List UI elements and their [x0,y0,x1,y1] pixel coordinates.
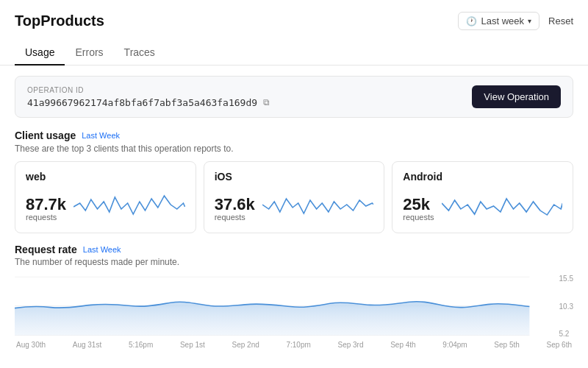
client-cards-container: web 87.7k requests iOS 37.6k requests [15,161,573,233]
x-label-7: Sep 3rd [337,341,363,349]
tab-errors[interactable]: Errors [65,40,113,66]
x-label-9: 9:04pm [442,341,467,349]
chart-y-labels: 15.5 10.3 5.2 [559,273,573,339]
request-rate-section: Request rate Last Week The number of req… [15,244,573,349]
request-rate-title-text: Request rate [15,244,77,255]
operation-id-text: 41a99667962174af8bfa6f7abf3a5a463fa169d9 [27,97,257,108]
x-label-4: Sep 1st [180,341,205,349]
x-label-2: Aug 31st [73,341,101,349]
tab-usage[interactable]: Usage [15,40,65,66]
x-label-11: Sep 6th [547,341,572,349]
client-card-android: Android 25k requests [392,161,573,233]
app-title: TopProducts [15,13,104,29]
client-name-web: web [26,171,185,183]
operation-id-section: OPERATION ID 41a99667962174af8bfa6f7abf3… [27,86,270,108]
y-label-top: 15.5 [559,275,573,283]
main-content: OPERATION ID 41a99667962174af8bfa6f7abf3… [0,66,588,359]
time-selector[interactable]: 🕐 Last week ▾ [458,12,539,30]
view-operation-button[interactable]: View Operation [472,85,561,108]
x-label-10: Sep 5th [494,341,519,349]
operation-id-label: OPERATION ID [27,86,270,94]
request-rate-badge: Last Week [83,245,121,254]
client-card-web: web 87.7k requests [15,161,196,233]
client-usage-subtitle: These are the top 3 clients that this op… [15,144,573,154]
request-rate-title: Request rate Last Week [15,244,573,255]
x-label-3: 5:16pm [129,341,153,349]
clock-icon: 🕐 [466,16,477,26]
chart-svg [15,273,573,339]
app-header: TopProducts 🕐 Last week ▾ Reset [0,0,588,30]
client-number-web: 87.7k requests [26,197,66,224]
chart-x-labels: Aug 30th Aug 31st 5:16pm Sep 1st Sep 2nd… [15,341,573,349]
client-number-android: 25k requests [403,197,434,224]
sparkline-android [442,188,562,224]
x-label-1: Aug 30th [16,341,46,349]
client-stats-ios: 37.6k requests [215,188,374,224]
request-rate-chart: 15.5 10.3 5.2 [15,273,573,339]
chevron-down-icon: ▾ [528,17,531,25]
request-rate-subtitle: The number of requests made per minute. [15,257,573,267]
client-usage-badge: Last Week [82,131,120,140]
client-name-android: Android [403,171,562,183]
client-stats-web: 87.7k requests [26,188,185,224]
sparkline-ios [262,188,374,224]
operation-id-box: OPERATION ID 41a99667962174af8bfa6f7abf3… [15,76,573,118]
client-number-ios: 37.6k requests [215,197,255,224]
x-label-8: Sep 4th [390,341,415,349]
reset-button[interactable]: Reset [548,15,573,26]
client-stats-android: 25k requests [403,188,562,224]
header-controls: 🕐 Last week ▾ Reset [458,12,573,30]
tab-traces[interactable]: Traces [114,40,165,66]
time-selector-label: Last week [481,15,524,26]
tabs-bar: Usage Errors Traces [0,35,588,66]
operation-id-value: 41a99667962174af8bfa6f7abf3a5a463fa169d9… [27,97,270,108]
copy-icon[interactable]: ⧉ [263,97,270,107]
client-card-ios: iOS 37.6k requests [204,161,385,233]
x-label-5: Sep 2nd [232,341,259,349]
x-label-6: 7:10pm [286,341,310,349]
sparkline-web [74,188,185,224]
y-label-bot: 5.2 [559,330,573,338]
client-name-ios: iOS [215,171,374,183]
client-usage-title: Client usage Last Week [15,130,573,141]
client-usage-title-text: Client usage [15,130,76,141]
y-label-mid: 10.3 [559,302,573,311]
